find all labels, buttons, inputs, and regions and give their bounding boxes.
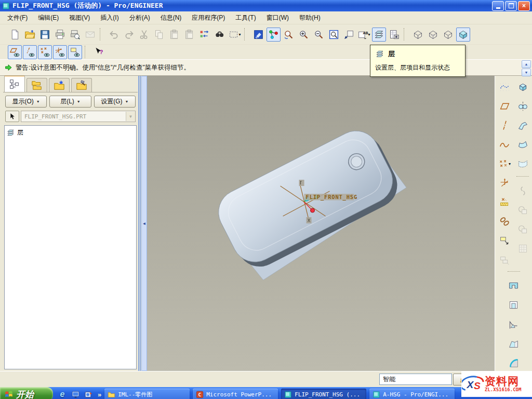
menu-applications[interactable]: 应用程序(P) (187, 12, 230, 24)
no-hidden-button[interactable] (441, 28, 455, 42)
csys-tool-button[interactable] (498, 176, 512, 190)
selection-filter-combobox[interactable]: 智能 (379, 374, 452, 385)
datum-axes-display-button[interactable] (23, 45, 37, 59)
find-button[interactable] (212, 28, 227, 42)
paste-special-button[interactable] (182, 28, 196, 42)
round-tool-button[interactable] (507, 356, 521, 370)
history-tab[interactable] (71, 78, 92, 92)
refit-button[interactable] (327, 28, 341, 42)
graphics-viewport[interactable]: FLIP_FRONT_HSG (147, 76, 495, 371)
datum-plane-tool-button[interactable] (498, 99, 512, 113)
message-scroll-up-button[interactable]: ▲ (522, 60, 531, 68)
settings-menu-button[interactable]: 设置(G)▼ (94, 96, 136, 108)
menu-info[interactable]: 信息(N) (155, 12, 187, 24)
minimize-button[interactable] (492, 1, 504, 11)
draft-tool-button[interactable] (507, 337, 521, 351)
print-preview-button[interactable] (68, 28, 82, 42)
paste-button[interactable] (167, 28, 181, 42)
blend-tool-button[interactable] (516, 138, 530, 152)
zoom-out-button[interactable] (312, 28, 326, 42)
menu-insert[interactable]: 插入(I) (95, 12, 124, 24)
hidden-line-button[interactable] (426, 28, 440, 42)
annotation-tool-button[interactable] (498, 234, 512, 248)
menu-file[interactable]: 文件(F) (2, 12, 33, 24)
cut-button[interactable] (137, 28, 151, 42)
save-button[interactable] (38, 28, 52, 42)
undo-button[interactable] (107, 28, 121, 42)
pattern-tool-button[interactable] (516, 242, 530, 256)
datum-axis-tool-button[interactable] (498, 118, 512, 132)
panel-splitter[interactable]: ◄ (138, 76, 147, 371)
named-views-button[interactable]: ▾ (357, 28, 371, 42)
chain-tool-button[interactable] (498, 215, 512, 229)
intersect-tool-button[interactable] (516, 222, 530, 236)
task-a-hsg-button[interactable]: A-HSG - Pro/ENGI... (369, 389, 455, 399)
sweep-tool-button[interactable] (516, 118, 530, 132)
model-selector-combobox[interactable]: FLIP_FRONT_HSG.PRT ▼ (21, 111, 136, 122)
shell-tool-button[interactable] (507, 298, 521, 312)
print-button[interactable] (53, 28, 67, 42)
trim-tool-button[interactable] (516, 184, 530, 198)
regenerate-button[interactable] (197, 28, 211, 42)
curve-tool-button[interactable] (498, 138, 512, 152)
ie-quicklaunch-button[interactable]: e (58, 390, 67, 399)
tree-item-layers[interactable]: 层 (6, 128, 135, 138)
folder-browser-tab[interactable] (26, 78, 47, 92)
chevron-down-icon[interactable]: ▼ (126, 112, 135, 121)
model-tree-tab[interactable] (4, 75, 25, 92)
extrude-tool-button[interactable] (516, 80, 530, 94)
datum-point-tool-button[interactable]: ▾ (498, 157, 512, 171)
menu-tools[interactable]: 工具(T) (230, 12, 261, 24)
label: IML--零件图 (118, 391, 152, 398)
annotation-display-button[interactable] (68, 45, 82, 59)
start-button[interactable]: 开始 (0, 387, 53, 399)
copy-button[interactable] (152, 28, 166, 42)
pattern-tool-icon (517, 243, 528, 254)
menu-view[interactable]: 视图(V) (64, 12, 95, 24)
repaint-button[interactable] (251, 28, 265, 42)
open-file-button[interactable] (23, 28, 37, 42)
message-scroll-down-button[interactable]: ▼ (522, 69, 531, 76)
offset-point-tool-button[interactable] (498, 195, 512, 209)
csys-display-button[interactable] (53, 45, 67, 59)
annotation-feature-button[interactable] (498, 253, 512, 267)
boundary-blend-tool-button[interactable] (516, 157, 530, 171)
quick-launch-chevron[interactable]: » (98, 391, 101, 398)
merge-tool-button[interactable] (516, 203, 530, 217)
close-button[interactable]: × (518, 1, 530, 11)
task-iml-parts-button[interactable]: IML--零件图 (104, 389, 190, 399)
wireframe-button[interactable] (411, 28, 425, 42)
new-file-button[interactable] (8, 28, 22, 42)
select-arrow-button[interactable] (5, 111, 19, 122)
show-desktop-quicklaunch-button[interactable] (71, 390, 80, 399)
rib-tool-button[interactable] (507, 317, 521, 331)
layers-button[interactable] (372, 28, 386, 42)
task-flip-front-hsg-button[interactable]: FLIP_FRONT_HSG (... (281, 389, 366, 399)
restore-button[interactable] (505, 1, 517, 11)
outlook-quicklaunch-button[interactable] (84, 390, 93, 399)
spin-center-button[interactable] (267, 28, 281, 42)
hole-tool-button[interactable] (507, 279, 521, 293)
orient-mode-button[interactable] (282, 28, 296, 42)
style-tool-button[interactable] (498, 80, 512, 94)
show-menu-button[interactable]: 显示(O)▼ (5, 96, 47, 108)
task-powerpoint-button[interactable]: Microsoft PowerP... (193, 389, 278, 399)
layer-menu-button[interactable]: 层(L)▼ (49, 96, 91, 108)
datum-planes-display-button[interactable] (8, 45, 22, 59)
send-mail-button[interactable] (83, 28, 97, 42)
context-help-button[interactable] (92, 45, 106, 59)
menu-analysis[interactable]: 分析(A) (124, 12, 155, 24)
favorites-tab[interactable] (49, 78, 70, 92)
redo-button[interactable] (122, 28, 136, 42)
shaded-button[interactable] (456, 28, 470, 42)
saved-views-button[interactable] (342, 28, 356, 42)
datum-points-display-button[interactable] (38, 45, 52, 59)
view-manager-button[interactable] (387, 28, 401, 42)
menu-help[interactable]: 帮助(H) (294, 12, 326, 24)
splitter-collapse-handle[interactable]: ◄ (141, 76, 147, 371)
menu-edit[interactable]: 编辑(E) (33, 12, 64, 24)
zoom-in-button[interactable] (297, 28, 311, 42)
menu-window[interactable]: 窗口(W) (261, 12, 294, 24)
select-filter-button[interactable]: ▾ (228, 28, 242, 42)
revolve-tool-button[interactable] (516, 99, 530, 113)
